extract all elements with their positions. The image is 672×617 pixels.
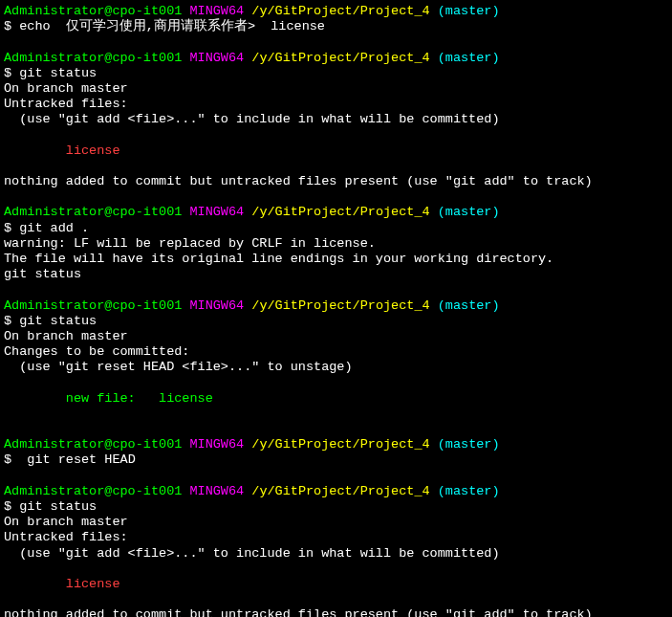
output-line: (use "git add <file>..." to include in w… — [4, 112, 668, 127]
branch: (master) — [438, 4, 500, 18]
command-line[interactable]: $ git status — [4, 66, 668, 81]
mingw-label: MINGW64 — [189, 484, 244, 498]
command-line[interactable]: $ git status — [4, 314, 668, 329]
output-line: nothing added to commit but untracked fi… — [4, 174, 668, 189]
untracked-file: license — [4, 577, 668, 592]
path: /y/GitProject/Project_4 — [251, 51, 429, 65]
cmd-text: git add . — [11, 221, 89, 235]
mingw-label: MINGW64 — [189, 4, 244, 18]
branch: (master) — [438, 484, 500, 498]
output-line: Untracked files: — [4, 530, 668, 545]
output-line: The file will have its original line end… — [4, 252, 668, 267]
staged-file: new file: license — [4, 391, 668, 407]
untracked-file: license — [4, 143, 668, 159]
path: /y/GitProject/Project_4 — [251, 298, 429, 313]
cmd-text: git status — [11, 66, 97, 80]
mingw-label: MINGW64 — [189, 51, 244, 65]
path: /y/GitProject/Project_4 — [251, 484, 429, 498]
mingw-label: MINGW64 — [189, 437, 244, 452]
user-host: Administrator@cpo-it001 — [4, 484, 182, 498]
blank-line — [4, 376, 668, 391]
output-line: (use "git add <file>..." to include in w… — [4, 546, 668, 562]
blank-line — [4, 159, 668, 174]
output-line: On branch master — [4, 329, 668, 344]
mingw-label: MINGW64 — [189, 298, 244, 313]
blank-line — [4, 592, 668, 607]
output-line: git status — [4, 267, 668, 282]
user-host: Administrator@cpo-it001 — [4, 298, 182, 313]
prompt-symbol: $ — [4, 314, 11, 328]
prompt-line: Administrator@cpo-it001 MINGW64 /y/GitPr… — [4, 298, 668, 314]
cmd-text: git status — [11, 314, 97, 328]
user-host: Administrator@cpo-it001 — [4, 205, 182, 219]
output-line: Changes to be committed: — [4, 344, 668, 360]
prompt-line: Administrator@cpo-it001 MINGW64 /y/GitPr… — [4, 484, 668, 499]
prompt-line: Administrator@cpo-it001 MINGW64 /y/GitPr… — [4, 51, 668, 66]
branch: (master) — [438, 51, 500, 65]
prompt-symbol: $ — [4, 221, 11, 235]
path: /y/GitProject/Project_4 — [251, 205, 429, 219]
blank-line — [4, 128, 668, 143]
blank-line — [4, 282, 668, 297]
output-line: (use "git reset HEAD <file>..." to unsta… — [4, 360, 668, 375]
blank-line — [4, 562, 668, 577]
blank-line — [4, 34, 668, 50]
output-line: warning: LF will be replaced by CRLF in … — [4, 236, 668, 252]
prompt-symbol: $ — [4, 66, 11, 80]
command-line[interactable]: $ git status — [4, 499, 668, 515]
command-line[interactable]: $ git add . — [4, 221, 668, 236]
path: /y/GitProject/Project_4 — [251, 437, 429, 452]
blank-line — [4, 189, 668, 205]
prompt-symbol: $ — [4, 499, 11, 514]
prompt-line: Administrator@cpo-it001 MINGW64 /y/GitPr… — [4, 4, 668, 19]
prompt-line: Administrator@cpo-it001 MINGW64 /y/GitPr… — [4, 437, 668, 452]
prompt-line: Administrator@cpo-it001 MINGW64 /y/GitPr… — [4, 205, 668, 220]
path: /y/GitProject/Project_4 — [251, 4, 429, 18]
user-host: Administrator@cpo-it001 — [4, 4, 182, 18]
blank-line — [4, 422, 668, 437]
cmd-text: git status — [11, 499, 97, 514]
user-host: Administrator@cpo-it001 — [4, 51, 182, 65]
branch: (master) — [438, 205, 500, 219]
cmd-text: echo 仅可学习使用,商用请联系作者> license — [11, 19, 325, 33]
output-line: On branch master — [4, 515, 668, 530]
cmd-text: git reset HEAD — [11, 452, 136, 467]
branch: (master) — [438, 437, 500, 452]
output-line: On branch master — [4, 81, 668, 97]
command-line[interactable]: $ echo 仅可学习使用,商用请联系作者> license — [4, 19, 668, 34]
command-line[interactable]: $ git reset HEAD — [4, 452, 668, 468]
output-line: nothing added to commit but untracked fi… — [4, 607, 668, 617]
blank-line — [4, 407, 668, 422]
prompt-symbol: $ — [4, 19, 11, 33]
prompt-symbol: $ — [4, 452, 11, 467]
blank-line — [4, 469, 668, 484]
output-line: Untracked files: — [4, 97, 668, 112]
branch: (master) — [438, 298, 500, 313]
mingw-label: MINGW64 — [189, 205, 244, 219]
user-host: Administrator@cpo-it001 — [4, 437, 182, 452]
